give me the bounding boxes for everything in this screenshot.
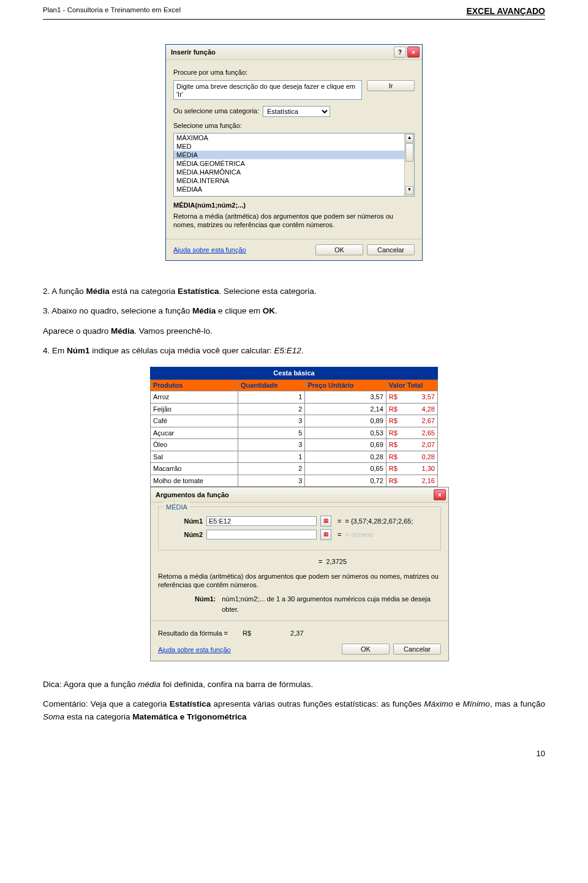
args-description: Retorna a média (aritmética) dos argumen…	[158, 572, 441, 590]
cancel-button[interactable]: Cancelar	[367, 244, 415, 255]
col-preco: Preço Unitário	[305, 379, 386, 391]
calc-result: 2,3725	[326, 557, 347, 567]
page-number: 10	[43, 748, 545, 760]
table-row: Açucar50,53R$2,65	[151, 427, 438, 439]
go-button[interactable]: Ir	[367, 80, 415, 91]
header-right: EXCEL AVANÇADO	[466, 5, 545, 18]
num2-result: = número	[345, 530, 374, 540]
function-list-item[interactable]: MÉDIA	[174, 151, 414, 159]
table-row: Óleo30,69R$2,07	[151, 439, 438, 451]
table-row: Macarrão20,65R$1,30	[151, 463, 438, 475]
formula-result-value: 2,37	[290, 628, 303, 639]
close-button[interactable]: ×	[407, 47, 420, 58]
num2-input[interactable]	[206, 530, 317, 539]
formula-result-label: Resultado da fórmula =	[158, 628, 228, 639]
close-button[interactable]: ×	[434, 489, 446, 500]
help-link[interactable]: Ajuda sobre esta função	[173, 245, 246, 255]
col-valor-total: Valor Total	[386, 379, 437, 391]
num1-result: = {3,57;4,28;2,67;2,65;	[345, 516, 413, 527]
table-row: Molho de tomate30,72R$2,16	[151, 475, 438, 487]
table-row: Café30,89R$2,67	[151, 415, 438, 427]
media-groupbox: MÉDIA Núm1 ▦ = = {3,57;4,28;2,67;2,65; N…	[158, 506, 441, 550]
insert-function-dialog: Inserir função ? × Procure por uma funçã…	[165, 44, 423, 261]
function-list-item[interactable]: MÉDIAA	[174, 185, 414, 194]
table-row: Feijão22,14R$4,28	[151, 403, 438, 415]
scroll-up-icon[interactable]: ▲	[405, 134, 413, 143]
cesta-basica-table: Cesta básica Produtos Quantidade Preço U…	[150, 367, 438, 487]
dialog2-titlebar: Argumentos da função ×	[151, 487, 448, 503]
function-list-item[interactable]: MÉDIA.GEOMÉTRICA	[174, 159, 414, 168]
ok-button[interactable]: OK	[315, 244, 363, 255]
num1-param-name: Núm1:	[195, 594, 216, 614]
category-label: Ou selecione uma categoria:	[173, 106, 259, 116]
table-title: Cesta básica	[151, 367, 438, 380]
function-list-item[interactable]: MÁXIMOA	[174, 133, 414, 142]
dialog-titlebar: Inserir função ? ×	[166, 45, 422, 60]
cesta-basica-block: Cesta básica Produtos Quantidade Preço U…	[150, 367, 438, 661]
function-list-item[interactable]: MED	[174, 142, 414, 151]
category-select[interactable]: Estatística	[263, 106, 330, 117]
num2-label: Núm2	[166, 530, 203, 540]
num1-input[interactable]	[206, 516, 317, 526]
cancel-button[interactable]: Cancelar	[393, 644, 441, 655]
dialog2-title: Argumentos da função	[156, 490, 229, 500]
range-picker-icon[interactable]: ▦	[320, 529, 331, 540]
col-quantidade: Quantidade	[238, 379, 305, 391]
search-label: Procure por uma função:	[173, 67, 415, 78]
groupbox-legend: MÉDIA	[164, 502, 190, 513]
function-arguments-dialog: Argumentos da função × MÉDIA Núm1 ▦ = = …	[150, 487, 449, 661]
col-produtos: Produtos	[151, 379, 238, 391]
listbox-scrollbar[interactable]: ▲ ▼	[404, 133, 414, 196]
scroll-thumb[interactable]	[405, 143, 413, 162]
dialog-title: Inserir função	[171, 47, 216, 58]
table-row: Sal10,28R$0,28	[151, 451, 438, 463]
help-button[interactable]: ?	[394, 47, 406, 58]
table-row: Arroz13,57R$3,57	[151, 391, 438, 404]
search-textarea[interactable]: Digite uma breve descrição do que deseja…	[173, 80, 362, 100]
function-syntax: MÉDIA(núm1;núm2;...)	[173, 200, 415, 211]
function-list-item[interactable]: MÉDIA.INTERNA	[174, 176, 414, 185]
header-left: Plan1 - Consultoria e Treinamento em Exc…	[43, 5, 181, 18]
bottom-text: Dica: Agora que a função média foi defin…	[43, 678, 545, 723]
num1-label: Núm1	[166, 516, 203, 527]
scroll-down-icon[interactable]: ▼	[405, 186, 413, 195]
ok-button[interactable]: OK	[342, 644, 390, 655]
formula-result-currency: R$	[243, 628, 251, 639]
function-description: Retorna a média (aritmética) dos argumen…	[173, 212, 415, 230]
num1-param-desc: núm1;núm2;... de 1 a 30 argumentos numér…	[222, 594, 441, 614]
help-link[interactable]: Ajuda sobre esta função	[158, 645, 304, 655]
function-listbox[interactable]: MÁXIMOAMEDMÉDIAMÉDIA.GEOMÉTRICAMÉDIA.HAR…	[173, 133, 415, 197]
equals-label: =	[318, 557, 322, 567]
page-header: Plan1 - Consultoria e Treinamento em Exc…	[43, 0, 545, 20]
function-list-item[interactable]: MÉDIA.HARMÔNICA	[174, 168, 414, 176]
range-picker-icon[interactable]: ▦	[320, 516, 331, 527]
instruction-text: 2. A função Média está na categoria Esta…	[43, 285, 545, 357]
select-function-label: Selecione uma função:	[173, 121, 415, 131]
